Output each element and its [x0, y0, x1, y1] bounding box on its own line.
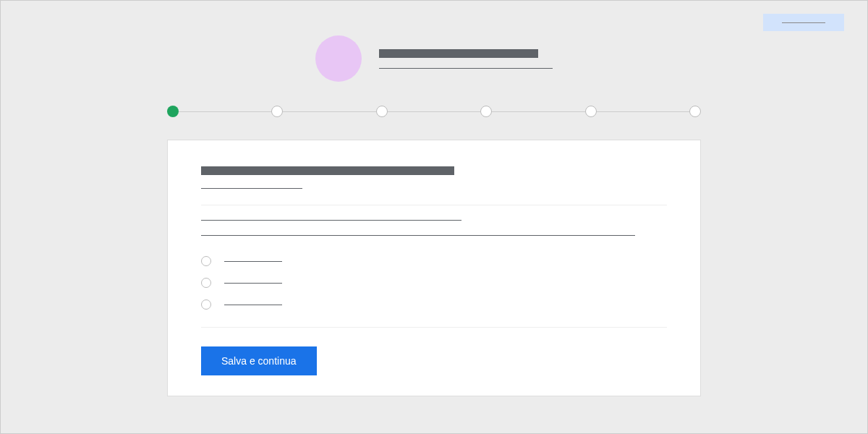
- radio-icon: [201, 256, 211, 266]
- radio-option-3[interactable]: [201, 299, 667, 310]
- step-6[interactable]: [689, 106, 701, 117]
- step-connector: [179, 111, 271, 112]
- step-connector: [597, 111, 689, 112]
- step-1[interactable]: [167, 106, 179, 117]
- avatar: [315, 35, 362, 82]
- page-title: [379, 49, 538, 58]
- top-badge[interactable]: [763, 14, 844, 31]
- radio-icon: [201, 278, 211, 288]
- divider: [201, 327, 667, 328]
- page-subtitle: [379, 68, 553, 69]
- divider: [201, 205, 667, 205]
- radio-option-2[interactable]: [201, 278, 667, 288]
- step-3[interactable]: [376, 106, 388, 117]
- save-continue-button[interactable]: Salva e continua: [201, 346, 317, 375]
- radio-label: [224, 261, 282, 262]
- radio-icon: [201, 299, 211, 310]
- radio-label: [224, 283, 282, 284]
- card-subtitle: [201, 188, 302, 189]
- radio-option-1[interactable]: [201, 256, 667, 266]
- text-input[interactable]: [201, 235, 635, 236]
- page-header: [1, 35, 867, 82]
- badge-placeholder-line: [782, 22, 825, 23]
- step-connector: [388, 111, 480, 112]
- radio-label: [224, 305, 282, 305]
- step-5[interactable]: [585, 106, 597, 117]
- step-connector: [492, 111, 584, 112]
- step-2[interactable]: [271, 106, 283, 117]
- radio-group: [201, 256, 667, 310]
- stepper: [167, 106, 701, 117]
- form-card: Salva e continua: [167, 140, 701, 396]
- step-4[interactable]: [480, 106, 492, 117]
- step-connector: [283, 111, 375, 112]
- card-title: [201, 166, 454, 175]
- header-text: [379, 49, 553, 69]
- field-label: [201, 220, 461, 221]
